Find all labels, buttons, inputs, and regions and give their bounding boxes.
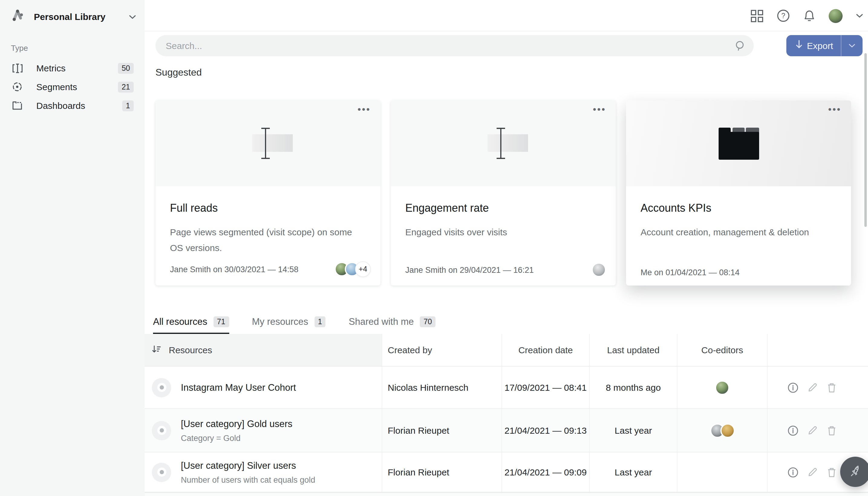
user-avatar[interactable] (829, 9, 842, 23)
info-icon[interactable] (788, 425, 799, 436)
notifications-bell-icon[interactable] (803, 9, 816, 22)
workspace-switcher[interactable]: Personal Library (0, 0, 144, 33)
segment-icon (12, 82, 23, 92)
quick-launch-button[interactable] (840, 457, 868, 487)
avatar (592, 263, 606, 277)
download-arrow-icon (795, 40, 803, 51)
vertical-scrollbar[interactable] (864, 53, 867, 227)
card-thumbnail: ••• (155, 100, 381, 186)
tab-shared-with-me[interactable]: Shared with me 70 (349, 311, 435, 333)
apps-grid-icon[interactable] (751, 10, 763, 22)
creation-date-cell: 21/04/2021 — 09:13 (505, 425, 587, 435)
sort-icon[interactable] (152, 345, 161, 355)
card-byline: Jane Smith on 29/04/2021 — 16:21 (405, 265, 592, 274)
suggested-heading: Suggested (155, 67, 202, 78)
resource-tabs: All resources 71 My resources 1 Shared w… (153, 311, 459, 333)
search-icon[interactable] (735, 41, 745, 53)
table-row[interactable]: Instagram May User Cohort Nicolas Hinter… (144, 367, 868, 409)
column-header-co-editors[interactable]: Co-editors (701, 345, 743, 355)
last-updated-cell: Last year (615, 425, 652, 435)
export-options-chevron-icon[interactable] (842, 44, 863, 48)
user-menu-chevron-icon[interactable] (856, 13, 863, 18)
suggested-card-full-reads[interactable]: ••• Full reads Page views segmented (vis… (155, 100, 381, 285)
table-row[interactable]: [User category] Silver users Number of u… (144, 452, 868, 492)
column-header-creation-date[interactable]: Creation date (518, 345, 573, 355)
avatar (715, 380, 729, 395)
segment-resource-icon (152, 378, 171, 397)
svg-text:?: ? (781, 12, 786, 20)
count-badge: 70 (420, 316, 435, 327)
rocket-icon (848, 463, 863, 481)
co-editor-avatars: +4 (335, 261, 371, 277)
sidebar-item-segments[interactable]: Segments 21 (0, 77, 144, 96)
creation-date-cell: 17/09/2021 — 08:41 (505, 382, 587, 392)
co-editor-avatars (710, 423, 734, 438)
suggested-card-accounts-kpis[interactable]: ••• Accounts KPIs Account creation, mana… (626, 100, 851, 285)
metric-illustration (479, 128, 528, 159)
workspace-title: Personal Library (34, 11, 129, 21)
edit-pencil-icon[interactable] (807, 425, 818, 435)
analytics-logo-icon (10, 7, 27, 26)
sidebar-section-label: Type (0, 33, 144, 59)
info-icon[interactable] (788, 382, 799, 393)
count-badge: 1 (314, 316, 326, 327)
tab-label: Shared with me (349, 316, 414, 327)
column-header-last-updated[interactable]: Last updated (607, 345, 660, 355)
resource-title[interactable]: Instagram May User Cohort (181, 382, 296, 393)
created-by-cell: Nicolas Hinternesch (388, 382, 468, 392)
card-description: Engaged visits over visits (405, 224, 601, 240)
card-description: Account creation, management & deletion (640, 224, 837, 240)
segment-resource-icon (152, 421, 171, 440)
card-byline: Me on 01/04/2021 — 08:14 (640, 268, 841, 277)
dashboard-icon (12, 101, 23, 110)
edit-pencil-icon[interactable] (807, 382, 818, 392)
sidebar-item-label: Metrics (36, 63, 118, 73)
metric-illustration (244, 128, 293, 159)
column-header-created-by[interactable]: Created by (388, 345, 432, 355)
card-title: Full reads (170, 202, 366, 215)
export-label: Export (807, 41, 833, 51)
count-badge: 71 (213, 316, 229, 327)
card-thumbnail: ••• (391, 100, 616, 186)
segment-resource-icon (152, 462, 171, 482)
column-header-resources[interactable]: Resources (169, 345, 212, 355)
table-row-partial (144, 492, 868, 496)
table-header-row: Resources Created by Creation date Last … (144, 334, 868, 367)
resource-title[interactable]: [User category] Silver users (181, 460, 315, 471)
delete-trash-icon[interactable] (827, 467, 837, 478)
suggested-card-engagement-rate[interactable]: ••• Engagement rate Engaged visits over … (391, 100, 616, 285)
export-button[interactable]: Export (786, 35, 863, 56)
tab-all-resources[interactable]: All resources 71 (153, 311, 229, 333)
resources-table: Resources Created by Creation date Last … (144, 334, 868, 496)
card-title: Accounts KPIs (640, 202, 837, 215)
creation-date-cell: 21/04/2021 — 09:09 (505, 467, 587, 477)
chevron-down-icon[interactable] (129, 11, 136, 22)
edit-pencil-icon[interactable] (807, 467, 818, 477)
count-badge: 1 (122, 100, 134, 111)
info-icon[interactable] (788, 467, 799, 478)
delete-trash-icon[interactable] (827, 425, 837, 436)
resource-title[interactable]: [User category] Gold users (181, 418, 293, 429)
main-content: ? (144, 0, 868, 496)
metric-icon (12, 63, 23, 73)
card-thumbnail: ••• (626, 100, 851, 186)
sidebar-item-dashboards[interactable]: Dashboards 1 (0, 96, 144, 115)
table-row[interactable]: [User category] Gold users Category = Go… (144, 409, 868, 452)
tab-label: My resources (252, 316, 308, 327)
search-row: Export (155, 35, 863, 56)
suggested-cards: ••• Full reads Page views segmented (vis… (155, 100, 851, 285)
created-by-cell: Florian Rieupet (388, 467, 449, 477)
help-icon[interactable]: ? (777, 9, 790, 22)
sidebar-item-metrics[interactable]: Metrics 50 (0, 59, 144, 77)
count-badge: 21 (118, 81, 134, 92)
search-input[interactable] (155, 35, 754, 56)
created-by-cell: Florian Rieupet (388, 425, 449, 435)
extra-editors-badge[interactable]: +4 (355, 261, 371, 277)
tab-my-resources[interactable]: My resources 1 (252, 311, 326, 333)
resource-subtitle: Category = Gold (181, 433, 293, 443)
dashboard-illustration (718, 127, 759, 159)
tab-label: All resources (153, 316, 207, 327)
delete-trash-icon[interactable] (827, 382, 837, 393)
card-title: Engagement rate (405, 202, 601, 215)
sidebar-item-label: Segments (36, 82, 118, 92)
